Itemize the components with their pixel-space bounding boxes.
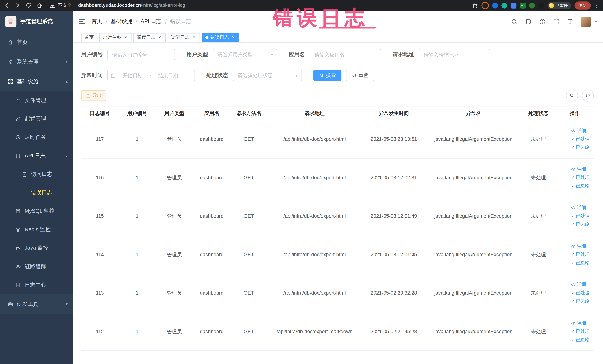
request-url-label: 请求地址 (393, 51, 414, 58)
detail-link[interactable]: 详细 (571, 281, 586, 288)
extension-icon-3[interactable]: v (501, 2, 507, 8)
exception-time-range-picker[interactable]: - (107, 70, 195, 81)
avatar-caret-icon[interactable]: ▾ (595, 20, 597, 24)
ignored-link[interactable]: ✓已忽略 (571, 260, 590, 266)
table-toolbar: 导出 (81, 90, 594, 101)
processed-link[interactable]: ✓已处理 (571, 136, 590, 142)
sidebar-item-home[interactable]: 首页 (0, 32, 73, 52)
sidebar-item-job[interactable]: 定时任务 (0, 128, 73, 147)
sidebar-item-java[interactable]: Java 监控 (0, 239, 73, 257)
sidebar-item-mysql[interactable]: MySQL 监控 (0, 202, 73, 221)
tab-error-log[interactable]: 错误日志× (202, 33, 239, 42)
sidebar-item-redis[interactable]: Redis 监控 (0, 221, 73, 239)
detail-link[interactable]: 详细 (571, 320, 586, 326)
tab-job-log[interactable]: 调度日志× (133, 33, 166, 42)
ignored-link[interactable]: ✓已忽略 (571, 144, 590, 151)
main-area: 首页 / 基础设施 / API 日志 / 错误日志 ▾ (73, 11, 603, 364)
export-button[interactable]: 导出 (81, 91, 106, 101)
eye-icon (571, 128, 576, 133)
breadcrumb-api-log[interactable]: API 日志 (141, 18, 162, 25)
address-bar[interactable]: 不安全 | dashboard.yudao.iocoder.cn/infra/l… (50, 2, 185, 9)
detail-link[interactable]: 详细 (571, 127, 586, 134)
refresh-button[interactable] (582, 90, 594, 101)
ignored-link[interactable]: ✓已忽略 (571, 337, 590, 343)
tab-job[interactable]: 定时任务× (99, 33, 131, 42)
extension-icon-2[interactable] (492, 2, 498, 8)
font-size-icon[interactable] (567, 18, 573, 25)
extension-icon-1[interactable] (481, 2, 489, 9)
sidebar-item-api-log[interactable]: API 日志 ▴ (0, 146, 73, 165)
toggle-search-button[interactable] (566, 90, 578, 101)
status-select[interactable]: 请选择处理状态▾ (233, 70, 302, 81)
extension-icon-6[interactable] (538, 2, 544, 8)
chevron-up-icon: ▴ (66, 79, 68, 84)
sidebar-item-error-log[interactable]: 错误日志 (0, 184, 73, 202)
ignored-link[interactable]: ✓已忽略 (571, 183, 590, 189)
request-url-input[interactable] (419, 49, 490, 60)
cell-app-name: dashboard (193, 197, 230, 235)
processed-link[interactable]: ✓已处理 (571, 174, 590, 181)
cell-app-name: dashboard (193, 158, 230, 197)
browser-update-button[interactable]: 更新 (574, 1, 591, 10)
sidebar-item-infra[interactable]: 基础设施 ▴ (0, 71, 73, 91)
sidebar-item-config[interactable]: 配置管理 (0, 110, 73, 128)
close-icon[interactable]: × (231, 35, 236, 40)
cell-exception-time: 2021-05-02 21:45:28 (362, 312, 426, 351)
tab-home[interactable]: 首页 (81, 33, 97, 42)
extension-icon-4[interactable]: ⠿ (511, 2, 516, 8)
close-icon[interactable]: × (191, 35, 197, 40)
fullscreen-icon[interactable] (553, 18, 559, 25)
breadcrumb-infra[interactable]: 基础设施 (111, 18, 132, 25)
back-icon[interactable] (4, 2, 10, 8)
breadcrumb-home[interactable]: 首页 (92, 18, 102, 25)
cell-user-id: 1 (118, 312, 156, 351)
sidebar-item-log-center[interactable]: 日志中心 (0, 276, 73, 294)
bookmark-star-icon[interactable] (472, 2, 478, 8)
sidebar-item-file[interactable]: 文件管理 (0, 91, 73, 110)
col-method: 请求方法名 (231, 107, 267, 120)
home-icon[interactable] (36, 2, 42, 8)
user-id-input[interactable] (107, 49, 175, 60)
close-icon[interactable]: × (123, 35, 128, 40)
processed-link[interactable]: ✓已处理 (571, 251, 590, 258)
sidebar-item-system[interactable]: 系统管理 ▾ (0, 52, 73, 71)
sidebar-item-access-log[interactable]: 访问日志 (0, 165, 73, 184)
github-icon[interactable] (525, 18, 532, 25)
processed-link[interactable]: ✓已处理 (571, 328, 590, 335)
reload-icon[interactable] (25, 2, 32, 8)
help-icon[interactable] (539, 18, 546, 25)
user-avatar[interactable] (581, 16, 591, 27)
cell-log-id: 113 (81, 274, 118, 312)
start-date-input[interactable] (117, 72, 148, 79)
reset-button[interactable]: 重置 (346, 70, 374, 81)
paused-extension-badge[interactable]: 已暂停 (548, 2, 571, 9)
ignored-link[interactable]: ✓已忽略 (571, 221, 590, 228)
app-logo[interactable]: 芋道管理系统 (0, 11, 73, 32)
processed-link[interactable]: ✓已处理 (571, 213, 590, 219)
search-icon[interactable] (511, 18, 518, 25)
col-actions: 操作 (556, 107, 594, 120)
sidebar-item-dev-tools[interactable]: 研发工具 ▾ (0, 294, 73, 314)
tab-access-log[interactable]: 访问日志× (168, 33, 200, 42)
app-name-input[interactable] (310, 49, 381, 60)
cell-user-id: 1 (118, 235, 156, 274)
sidebar-item-trace[interactable]: 链路追踪 (0, 257, 73, 276)
browser-menu-icon[interactable]: ⋮ (594, 2, 599, 8)
table-row: 113 1 管理员 dashboard GET /api/infra/db-do… (81, 274, 594, 312)
forward-icon[interactable] (15, 2, 21, 8)
end-date-input[interactable] (153, 72, 184, 79)
hamburger-icon[interactable] (78, 18, 85, 25)
user-type-select[interactable]: 请选择用户类型▾ (213, 49, 277, 60)
extension-icon-5[interactable] (529, 2, 535, 8)
ignored-link[interactable]: ✓已忽略 (571, 298, 590, 305)
search-button[interactable]: 搜索 (313, 70, 341, 81)
extension-on-icon[interactable]: on (520, 2, 526, 8)
detail-link[interactable]: 详细 (571, 204, 586, 211)
detail-link[interactable]: 详细 (571, 166, 586, 172)
cell-exception-time: 2021-05-03 12:01:49 (362, 197, 426, 235)
col-exception-name: 异常名 (426, 107, 521, 120)
close-icon[interactable]: × (157, 35, 162, 40)
detail-link[interactable]: 详细 (571, 243, 586, 249)
table-row: 117 1 管理员 dashboard GET /api/infra/db-do… (81, 120, 594, 158)
processed-link[interactable]: ✓已处理 (571, 290, 590, 296)
